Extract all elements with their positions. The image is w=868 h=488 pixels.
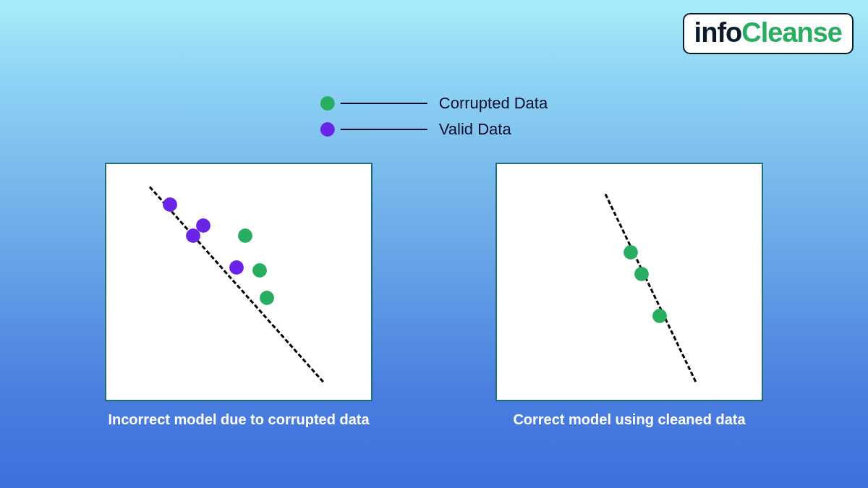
scatter-point [196,218,210,233]
legend-label-corrupted: Corrupted Data [439,94,548,113]
legend-line-icon [341,103,427,104]
legend-dot-valid [320,122,335,137]
legend-item-valid: Valid Data [320,120,548,139]
panels-row: Incorrect model due to corrupted data Co… [0,163,868,428]
brand-part-info: info [694,17,742,48]
panel-correct-model [495,163,763,401]
legend: Corrupted Data Valid Data [320,94,548,139]
panel-incorrect-model [105,163,373,401]
scatter-point [260,291,274,305]
scatter-point [634,267,649,281]
scatter-point [652,309,667,323]
scatter-point [229,260,244,275]
legend-item-corrupted: Corrupted Data [320,94,548,113]
caption-incorrect: Incorrect model due to corrupted data [108,411,369,428]
trend-line [605,194,697,382]
brand-logo: infoCleanse [683,13,854,54]
scatter-point [624,245,638,260]
scatter-point [163,197,177,212]
legend-dot-corrupted [320,96,335,111]
trend-line [149,187,324,383]
caption-correct: Correct model using cleaned data [513,411,745,428]
legend-line-icon [341,129,427,130]
panel-left-wrap: Incorrect model due to corrupted data [105,163,373,428]
scatter-point [252,263,267,278]
scatter-point [238,228,252,243]
panel-right-wrap: Correct model using cleaned data [495,163,763,428]
brand-part-cleanse: Cleanse [741,17,842,48]
legend-label-valid: Valid Data [439,120,511,139]
